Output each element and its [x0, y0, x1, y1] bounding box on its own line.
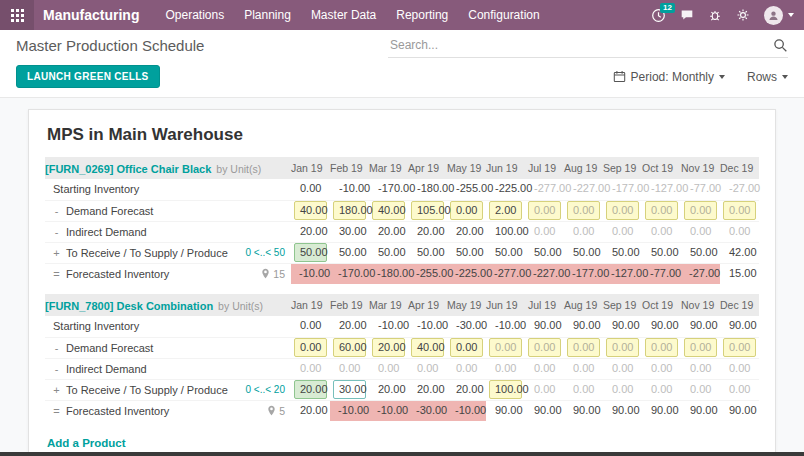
rows-dropdown[interactable]: Rows	[747, 70, 788, 84]
mps-cell-input[interactable]: 105.00	[408, 200, 447, 221]
content-area: MPS in Main Warehouse [FURN_0269] Office…	[0, 98, 804, 456]
mps-cell-input[interactable]: 20.00	[291, 379, 330, 400]
mps-cell: 20.00	[408, 379, 447, 400]
menu-planning[interactable]: Planning	[234, 0, 301, 30]
mps-cell-input[interactable]: 40.00	[408, 337, 447, 358]
messages-icon[interactable]	[680, 8, 694, 22]
mps-cell-input[interactable]: 0.00	[720, 337, 759, 358]
activity-clock-icon[interactable]: 12	[651, 8, 666, 23]
mps-cell: 0.00	[408, 358, 447, 379]
equals-prefix: =	[53, 405, 60, 417]
mps-cell: -27.00	[681, 263, 720, 284]
menu-reporting[interactable]: Reporting	[386, 0, 458, 30]
mps-table-office-chair: [FURN_0269] Office Chair Blackby Unit(s)…	[45, 157, 759, 284]
mps-cell-input[interactable]: 100.00	[486, 379, 525, 400]
mps-cell: -10.00	[486, 316, 525, 337]
product-name: Desk Combination	[117, 300, 214, 312]
mps-cell-input[interactable]: 40.00	[291, 200, 330, 221]
app-title[interactable]: Manufacturing	[43, 7, 139, 23]
mps-cell: 90.00	[564, 316, 603, 337]
menu-operations[interactable]: Operations	[155, 0, 234, 30]
apps-grid-icon[interactable]	[0, 0, 34, 30]
bug-icon[interactable]	[708, 8, 722, 22]
minus-prefix: -	[53, 226, 60, 238]
month-header: Feb 19	[330, 294, 369, 316]
product-link[interactable]: [FURN_7800] Desk Combination	[45, 300, 213, 312]
product-link[interactable]: [FURN_0269] Office Chair Black	[45, 163, 211, 175]
mps-cell-input[interactable]: 180.00	[330, 200, 369, 221]
user-avatar	[764, 6, 783, 25]
mps-cell: -170.00	[369, 179, 408, 200]
mps-cell: 0.00	[447, 358, 486, 379]
mps-cell-input[interactable]: 0.00	[291, 337, 330, 358]
mps-cell-input[interactable]: 0.00	[681, 337, 720, 358]
mps-cell-input[interactable]: 0.00	[720, 200, 759, 221]
mps-cell: 15.00	[720, 263, 759, 284]
mps-cell-input[interactable]: 0.00	[447, 200, 486, 221]
mps-cell-input[interactable]: 0.00	[642, 200, 681, 221]
mps-cell: 0.00	[291, 179, 330, 200]
row-label: Indirect Demand	[66, 226, 147, 238]
mps-cell: 20.00	[408, 221, 447, 242]
pin-count: 5	[279, 405, 285, 417]
product-uom: by Unit(s)	[216, 163, 261, 175]
mps-cell: -10.00	[330, 400, 369, 421]
settings-gear-icon[interactable]	[736, 8, 750, 22]
mps-cell: 0.00	[681, 379, 720, 400]
mps-cell: 90.00	[564, 400, 603, 421]
row-label: To Receive / To Supply / Produce	[66, 247, 228, 259]
mps-cell: 100.00	[486, 221, 525, 242]
mps-cell-input[interactable]: 30.00	[330, 379, 369, 400]
search-input[interactable]	[388, 37, 773, 53]
mps-cell: 0.00	[369, 358, 408, 379]
row-label: Demand Forecast	[66, 205, 153, 217]
mps-cell: 0.00	[681, 358, 720, 379]
row-label: Demand Forecast	[66, 342, 153, 354]
pin-count: 15	[273, 268, 285, 280]
month-header: Nov 19	[681, 157, 720, 179]
mps-cell-input[interactable]: 2.00	[486, 200, 525, 221]
page-title: MPS in Main Warehouse	[47, 125, 759, 145]
minus-prefix: -	[53, 342, 60, 354]
topbar-right-icons: 12	[651, 6, 804, 25]
mps-cell-input[interactable]: 0.00	[525, 200, 564, 221]
launch-green-cells-button[interactable]: LAUNCH GREEN CELLS	[16, 65, 160, 88]
mps-cell-input[interactable]: 60.00	[330, 337, 369, 358]
mps-cell: 50.00	[486, 242, 525, 263]
mps-cell-input[interactable]: 50.00	[291, 242, 330, 263]
mps-cell: -30.00	[447, 316, 486, 337]
main-menu: Operations Planning Master Data Reportin…	[155, 0, 549, 30]
user-menu[interactable]	[764, 6, 794, 25]
period-label: Period: Monthly	[631, 70, 714, 84]
mps-cell-input[interactable]: 0.00	[447, 337, 486, 358]
mps-cell-input[interactable]: 40.00	[369, 200, 408, 221]
mps-cell-input[interactable]: 0.00	[525, 337, 564, 358]
mps-cell: 90.00	[642, 316, 681, 337]
row-starting-inventory: Starting Inventory 0.0020.00-10.00-10.00…	[45, 316, 759, 337]
month-header: Dec 19	[720, 157, 759, 179]
mps-cell-input[interactable]: 0.00	[564, 337, 603, 358]
mps-cell: 0.00	[720, 358, 759, 379]
activity-count-badge: 12	[660, 3, 675, 13]
mps-cell-input[interactable]: 0.00	[681, 200, 720, 221]
mps-cell-input[interactable]: 0.00	[564, 200, 603, 221]
menu-master-data[interactable]: Master Data	[301, 0, 386, 30]
mps-cell: 0.00	[603, 379, 642, 400]
row-starting-inventory: Starting Inventory 0.00-10.00-170.00-180…	[45, 179, 759, 200]
mps-cell-input[interactable]: 20.00	[369, 337, 408, 358]
row-indirect-demand: -Indirect Demand 20.0030.0020.0020.0020.…	[45, 221, 759, 242]
search-icon[interactable]	[773, 38, 788, 53]
mps-cell: 42.00	[720, 242, 759, 263]
caret-down-icon	[782, 75, 788, 79]
mps-cell-input[interactable]: 0.00	[603, 337, 642, 358]
add-product-link[interactable]: Add a Product	[47, 437, 126, 449]
month-header: May 19	[447, 294, 486, 316]
menu-configuration[interactable]: Configuration	[458, 0, 549, 30]
minus-prefix: -	[53, 363, 60, 375]
mps-cell-input[interactable]: 0.00	[642, 337, 681, 358]
period-dropdown[interactable]: Period: Monthly	[613, 70, 725, 84]
mps-cell-input[interactable]: 0.00	[486, 337, 525, 358]
mps-cell-input[interactable]: 0.00	[603, 200, 642, 221]
mps-table-desk-combination: [FURN_7800] Desk Combinationby Unit(s) J…	[45, 294, 759, 421]
month-header: Dec 19	[720, 294, 759, 316]
